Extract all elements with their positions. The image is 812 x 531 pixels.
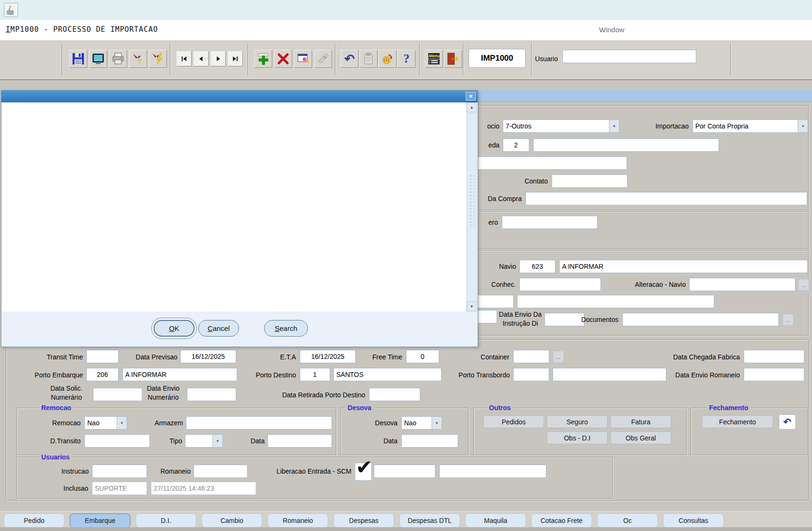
menu-icon[interactable]: Menu xyxy=(425,50,443,68)
dialog-titlebar[interactable]: ✕ xyxy=(1,91,478,102)
data-previsao-input[interactable] xyxy=(180,350,236,363)
fechamento-button[interactable]: Fechamento xyxy=(702,415,773,428)
liberacao-extra1-input[interactable] xyxy=(374,465,435,478)
documentos-input[interactable] xyxy=(622,313,779,326)
cancel-button[interactable]: Cancel xyxy=(198,320,239,337)
tab-despesas[interactable]: Despesas xyxy=(333,513,394,528)
remocao-data-input[interactable] xyxy=(268,434,332,448)
pedidos-button[interactable]: Pedidos xyxy=(483,415,544,428)
query-icon[interactable] xyxy=(294,50,312,68)
save-icon[interactable] xyxy=(69,50,87,68)
java-icon[interactable] xyxy=(4,3,18,17)
data-envio-romaneio-input[interactable] xyxy=(744,368,804,381)
conhec-input[interactable] xyxy=(519,278,601,291)
navio-code-input[interactable] xyxy=(519,260,555,273)
compra-input[interactable] xyxy=(526,192,807,205)
help-icon[interactable]: ? xyxy=(397,50,415,68)
free-time-input[interactable] xyxy=(406,350,439,363)
undo-icon[interactable]: ↶ xyxy=(341,50,359,68)
armazem-input[interactable] xyxy=(186,416,332,430)
nav-next-icon[interactable] xyxy=(211,51,226,66)
navio-name-input[interactable] xyxy=(559,260,808,273)
porto-transbordo-name-input[interactable] xyxy=(553,368,666,381)
tab-despesas-dtl[interactable]: Despesas DTL xyxy=(399,513,460,528)
dialog-scrollbar[interactable]: ▲ ▼ xyxy=(466,102,477,311)
obs-di-button[interactable]: Obs - D.I xyxy=(547,431,608,444)
obs-geral-button[interactable]: Obs Geral xyxy=(610,431,671,444)
conhec3-input[interactable] xyxy=(517,295,714,308)
screen-icon[interactable] xyxy=(89,50,107,68)
importacao-select[interactable]: Por Conta Propria xyxy=(692,119,808,133)
data-envio-numerario-input[interactable] xyxy=(187,388,236,401)
alteracao-navio-input[interactable] xyxy=(689,278,795,291)
nav-prev-icon[interactable] xyxy=(194,51,209,66)
delete-record-icon[interactable] xyxy=(274,50,292,68)
transit-time-input[interactable] xyxy=(86,350,119,363)
porto-transbordo-code-input[interactable] xyxy=(513,368,549,381)
fechamento-undo-icon[interactable]: ↶ xyxy=(779,414,796,430)
chevron-down-icon[interactable] xyxy=(609,120,619,132)
lock-record-icon[interactable] xyxy=(378,50,397,68)
extra-input[interactable] xyxy=(454,156,627,170)
desova-select[interactable]: Nao xyxy=(401,416,442,430)
tab-consultas[interactable]: Consultas xyxy=(663,513,724,528)
porto-embarque-name-input[interactable] xyxy=(122,368,237,381)
clear-icon[interactable] xyxy=(314,50,332,68)
alteracao-navio-more-button[interactable]: ... xyxy=(798,279,809,291)
negocio-select[interactable]: 7-Outros xyxy=(503,119,619,133)
contato-input[interactable] xyxy=(552,174,627,188)
numero-input[interactable] xyxy=(502,216,598,229)
data-solic-numerario-input[interactable] xyxy=(93,388,142,401)
edit-help-icon[interactable]: ? xyxy=(129,50,147,68)
search-button[interactable]: Search xyxy=(264,320,308,337)
documentos-more-button[interactable]: ... xyxy=(783,314,794,326)
usuario-input[interactable] xyxy=(563,50,696,63)
tab-cambio[interactable]: Cambio xyxy=(202,513,262,528)
tab-maquila[interactable]: Maquila xyxy=(465,513,526,528)
tab-cotacao-frete[interactable]: Cotacao Frete xyxy=(531,513,592,528)
moeda-code-input[interactable] xyxy=(503,138,529,152)
moeda-desc-input[interactable] xyxy=(533,138,719,152)
data-chegada-fabrica-input[interactable] xyxy=(744,350,804,363)
chevron-down-icon[interactable] xyxy=(432,417,442,429)
insert-record-icon[interactable] xyxy=(254,50,272,68)
execute-icon[interactable] xyxy=(149,50,167,68)
romaneio-input[interactable] xyxy=(194,465,248,478)
desova-data-input[interactable] xyxy=(401,434,458,448)
tab-embarque[interactable]: Embarque xyxy=(70,513,130,528)
clipboard-icon[interactable] xyxy=(360,50,378,68)
tab-pedido[interactable]: Pedido xyxy=(4,513,65,528)
tab-oc[interactable]: Oc xyxy=(597,513,658,528)
porto-embarque-code-input[interactable] xyxy=(86,368,119,381)
ok-button[interactable]: OK xyxy=(154,320,194,337)
exit-icon[interactable] xyxy=(444,50,462,68)
eta-input[interactable] xyxy=(300,350,356,363)
tipo-select[interactable] xyxy=(185,434,223,448)
container-input[interactable] xyxy=(513,350,549,363)
dtransito-input[interactable] xyxy=(84,434,150,448)
data-retirada-input[interactable] xyxy=(369,388,420,401)
menu-window[interactable]: Window xyxy=(599,26,624,34)
container-more-button[interactable]: ... xyxy=(553,351,564,363)
remocao-select[interactable]: Nao xyxy=(84,416,127,430)
tab-romaneio[interactable]: Romaneio xyxy=(268,513,328,528)
print-icon[interactable] xyxy=(109,50,127,68)
scroll-up-icon[interactable]: ▲ xyxy=(467,102,477,112)
porto-destino-name-input[interactable] xyxy=(333,368,442,381)
fatura-button[interactable]: Fatura xyxy=(610,415,671,428)
seguro-button[interactable]: Seguro xyxy=(547,415,608,428)
porto-destino-code-input[interactable] xyxy=(300,368,330,381)
liberacao-extra2-input[interactable] xyxy=(439,465,546,478)
chevron-down-icon[interactable] xyxy=(798,120,808,132)
dialog-list-area[interactable]: ▲ ▼ xyxy=(2,102,477,312)
instrucao-input[interactable] xyxy=(92,465,147,478)
chevron-down-icon[interactable] xyxy=(212,435,222,447)
nav-last-icon[interactable] xyxy=(228,51,243,66)
close-icon[interactable]: ✕ xyxy=(466,92,476,101)
nav-first-icon[interactable] xyxy=(176,51,192,66)
tab-di[interactable]: D.I. xyxy=(136,513,196,528)
liberacao-checkbox[interactable] xyxy=(355,463,372,481)
scroll-down-icon[interactable]: ▼ xyxy=(467,302,477,311)
chevron-down-icon[interactable] xyxy=(117,417,127,429)
scrollbar-thumb[interactable] xyxy=(467,113,477,302)
